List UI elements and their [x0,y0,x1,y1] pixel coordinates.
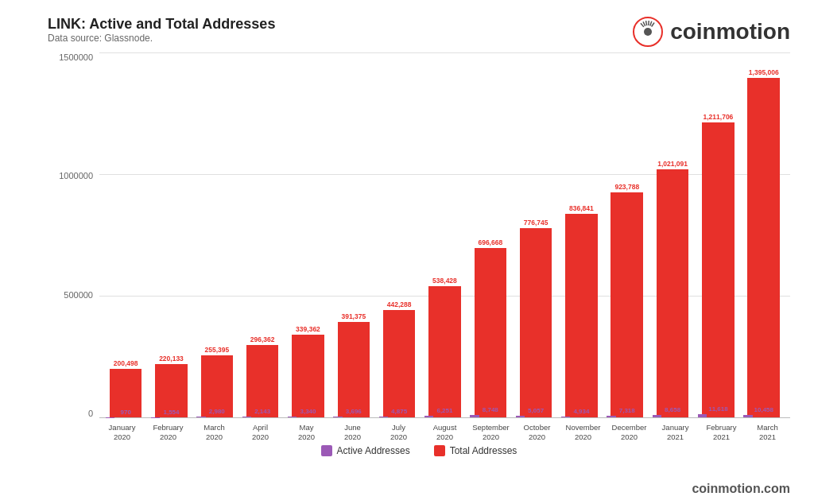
svg-point-7 [644,28,652,36]
bar-total-12 [657,169,689,417]
x-label-8: September2020 [468,420,514,442]
bar-active-4 [288,417,297,417]
bar-group-2: 255,3952,980 [195,52,239,417]
x-label-3: April2020 [238,420,283,442]
y-label-0: 0 [48,409,99,418]
bar-active-5 [333,417,342,417]
chart-header: LINK: Active and Total Addresses Data so… [48,16,790,48]
bar-total-11 [610,192,643,417]
bar-total-10 [565,214,598,417]
legend-active: Active Addresses [321,445,410,456]
bar-active-7 [424,416,433,417]
bar-total-label-4: 339,362 [285,325,330,333]
coinmotion-logo-icon [632,16,664,48]
bar-active-13 [698,414,707,417]
bar-active-label-6: 4,875 [377,408,421,415]
footer-url: coinmotion.com [692,482,790,496]
svg-line-1 [641,23,644,27]
bar-total-label-9: 776,745 [514,219,558,227]
x-label-13: February2021 [699,420,744,442]
bar-total-6 [383,310,416,417]
bar-active-8 [470,415,479,417]
bar-total-label-10: 836,841 [559,204,603,212]
bar-active-label-12: 8,658 [650,406,695,413]
x-label-6: July2020 [376,420,421,442]
bar-group-9: 776,7455,057 [514,52,558,417]
bar-total-8 [475,248,507,417]
bar-total-label-2: 255,395 [195,346,239,354]
bar-total-label-12: 1,021,091 [650,160,695,168]
x-label-0: January2020 [99,420,145,442]
bar-group-12: 1,021,0918,658 [650,52,695,417]
legend-total-box [434,445,445,456]
bar-group-10: 836,8414,934 [559,52,603,417]
plot-area: 200,498970220,1331,554255,3952,980296,36… [99,52,790,418]
x-label-14: March2021 [745,420,790,442]
bar-total-label-1: 220,133 [149,355,193,362]
bar-active-label-0: 970 [103,409,148,416]
x-labels-container: January2020February2020March2020April202… [99,420,790,442]
bar-active-label-8: 8,748 [468,406,513,413]
bar-group-7: 538,4286,251 [422,52,467,417]
bar-total-label-7: 538,428 [422,277,467,285]
bar-active-label-13: 11,618 [696,405,740,413]
svg-line-6 [652,23,654,27]
chart-legend: Active Addresses Total Addresses [48,445,790,456]
bar-group-3: 296,3622,143 [240,52,285,417]
bar-total-3 [246,345,279,417]
bar-total-label-11: 923,788 [605,183,649,191]
bar-total-label-8: 696,668 [468,238,513,246]
bar-total-5 [338,322,370,417]
svg-line-3 [646,21,647,25]
bar-active-label-4: 3,340 [285,408,330,415]
bar-active-2 [196,417,205,417]
bar-total-label-5: 391,375 [331,312,376,320]
svg-line-2 [643,21,645,25]
chart-container: LINK: Active and Total Addresses Data so… [0,0,814,504]
bar-total-label-14: 1,395,006 [742,68,786,76]
bar-total-label-3: 296,362 [240,335,285,343]
bar-total-4 [292,335,324,417]
x-label-5: June2020 [330,420,375,442]
bar-group-6: 442,2884,875 [377,52,421,417]
y-label-500k: 500000 [48,290,99,300]
svg-line-5 [650,21,652,26]
chart-title: LINK: Active and Total Addresses [48,16,275,33]
logo-text: coinmotion [670,19,790,45]
y-label-1_5m: 1500000 [48,52,99,62]
legend-total: Total Addresses [434,445,517,456]
bar-group-11: 923,7887,318 [605,52,649,417]
bar-group-4: 339,3623,340 [285,52,330,417]
bar-active-14 [743,415,752,417]
title-block: LINK: Active and Total Addresses Data so… [48,16,275,44]
bar-active-label-7: 6,251 [422,407,467,414]
legend-total-label: Total Addresses [450,445,517,456]
legend-active-label: Active Addresses [337,445,410,456]
x-label-7: August2020 [422,420,467,442]
bar-active-label-11: 7,318 [605,407,649,414]
y-label-1m: 1000000 [48,171,99,180]
bar-active-9 [516,416,525,417]
bar-active-11 [607,416,615,417]
svg-line-4 [649,21,649,25]
bar-group-13: 1,211,70611,618 [696,52,740,417]
bar-active-label-14: 10,458 [742,406,786,413]
bar-total-label-6: 442,288 [377,300,421,308]
x-label-2: March2020 [192,420,237,442]
bar-total-14 [747,78,780,417]
bar-total-9 [520,228,552,417]
x-label-10: November2020 [560,420,606,442]
legend-active-box [321,445,332,456]
x-label-4: May2020 [284,420,329,442]
bar-active-label-3: 2,143 [240,408,285,415]
bar-active-label-9: 5,057 [514,407,558,414]
bar-group-1: 220,1331,554 [149,52,193,417]
x-label-1: February2020 [145,420,191,442]
logo-block: coinmotion [632,16,790,48]
x-label-12: January2021 [653,420,698,442]
x-label-9: October2020 [514,420,560,442]
bar-group-5: 391,3753,696 [331,52,376,417]
bar-total-13 [702,122,735,417]
bar-total-label-0: 200,498 [103,359,148,367]
chart-subtitle: Data source: Glassnode. [48,33,275,44]
